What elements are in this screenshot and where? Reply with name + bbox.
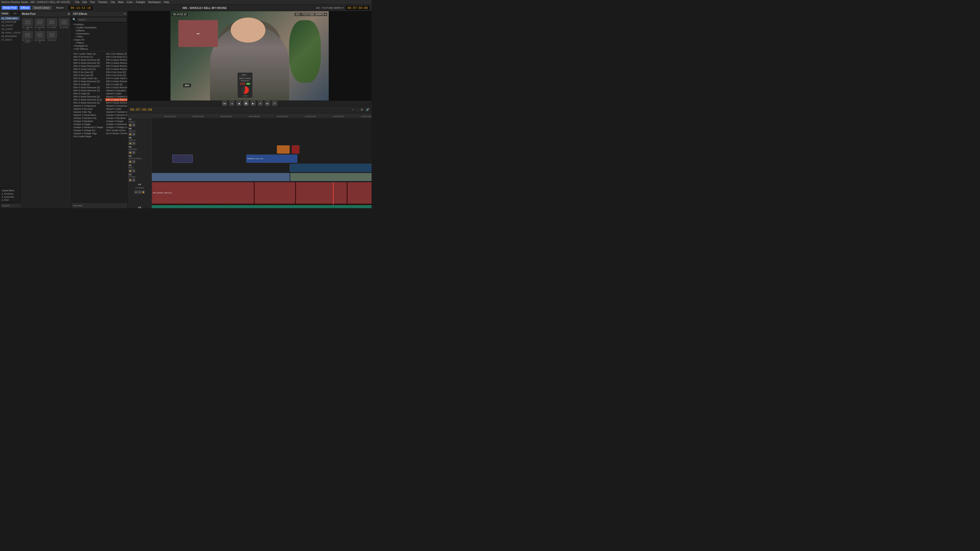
clip-a1-3[interactable] bbox=[296, 182, 347, 204]
folder-static[interactable]: 03_STATIC bbox=[0, 24, 20, 27]
vst-effects-sub-label[interactable]: VST Effects bbox=[73, 48, 126, 51]
effect-era6-noise-24-2[interactable]: ERA 6 Noise Remover [2-4] bbox=[105, 101, 127, 104]
effect-izotope-equalizer-2[interactable]: Izotope 3 Equalizer bbox=[105, 117, 127, 120]
timeline-fit[interactable]: ⊞ bbox=[360, 108, 364, 111]
v6-eye[interactable]: 👁 bbox=[132, 133, 135, 136]
media-browser-view-toggle[interactable]: ⊞ bbox=[68, 13, 70, 15]
effect-mavent-mixtap[interactable]: Mavent 3 Mix Tap bbox=[73, 110, 104, 114]
step-back-button[interactable]: ◂ bbox=[229, 101, 234, 106]
era-on-status[interactable]: ON bbox=[246, 83, 250, 85]
v7-eye[interactable]: 👁 bbox=[132, 124, 135, 127]
generators-label[interactable]: Generators bbox=[73, 32, 126, 35]
effect-mavent-gate[interactable]: Mavent 3 Gate bbox=[105, 92, 127, 95]
open-fx-label[interactable]: Open FX bbox=[73, 38, 126, 41]
media-thumb-timelines[interactable]: 01_TIMELINES bbox=[22, 18, 33, 30]
effect-mavent-gate-2[interactable]: Mavent 3 Gate bbox=[105, 107, 127, 110]
v4-eye[interactable]: 👁 bbox=[132, 151, 135, 154]
v4-lock[interactable]: 🔒 bbox=[129, 151, 132, 154]
effect-era5-noise-3b[interactable]: ERA 5 Noise Remover [3] bbox=[73, 86, 104, 89]
thumb-icon-static[interactable] bbox=[47, 18, 57, 26]
effect-era5-deoven-2b[interactable]: ERA 5 De-Oven [2] bbox=[105, 74, 127, 77]
clip-v3-2[interactable]: UNDERLAY_FULL.mov bbox=[246, 155, 298, 163]
clip-a1-4[interactable] bbox=[347, 182, 372, 204]
folder-audio[interactable]: 04_AUDIO bbox=[0, 27, 20, 31]
effect-era5-deoven-5[interactable]: ERA 5 De-Oven [5] bbox=[73, 74, 104, 77]
effect-era5-audio-2[interactable]: ERA 5 Audio [2] bbox=[73, 83, 104, 86]
effects-search-input[interactable] bbox=[77, 18, 126, 21]
menu-help[interactable]: Help bbox=[164, 1, 169, 3]
effects-close-icon[interactable]: ✕ bbox=[124, 13, 126, 15]
go-to-start-button[interactable]: ⏮ bbox=[222, 101, 227, 106]
menu-file[interactable]: File bbox=[75, 1, 80, 3]
folder-timelines[interactable]: 01_TIMELINES bbox=[0, 17, 20, 20]
media-pool-button[interactable]: Media Pool bbox=[2, 6, 18, 10]
toolbox-label[interactable]: Toolbox bbox=[73, 23, 126, 26]
effect-era5-noise-4[interactable]: ERA 5 Noise Remover [4] bbox=[73, 62, 104, 65]
effect-izotope-imager-2[interactable]: Izotope 3 Imager bbox=[105, 120, 127, 123]
menu-edit[interactable]: Edit bbox=[83, 1, 87, 3]
folder-finalcolor[interactable]: 05_FINAL_COLOR bbox=[0, 31, 20, 35]
v1-eye[interactable]: 👁 bbox=[132, 179, 135, 182]
v3-eye[interactable]: 👁 bbox=[132, 160, 135, 163]
step-forward-button[interactable]: ▸ bbox=[258, 101, 263, 106]
clip-v1-1[interactable] bbox=[152, 173, 290, 181]
thumb-icon-audio[interactable] bbox=[59, 18, 69, 26]
effect-era6-dream-ctrl[interactable]: Era 6 Dream Control bbox=[105, 132, 127, 135]
filters-label[interactable]: Filters bbox=[73, 41, 126, 44]
effect-mavent-visual[interactable]: Mavent 3 Visual Mixer bbox=[73, 114, 104, 117]
folder-footage[interactable]: 02_FOOTAGE bbox=[0, 20, 20, 24]
menu-trim[interactable]: Trim bbox=[90, 1, 95, 3]
play-reverse-button[interactable]: ◀ bbox=[236, 101, 242, 106]
media-thumb-audio[interactable]: 04_AUDIO bbox=[59, 18, 70, 30]
folder-docs[interactable]: 07_DOCS bbox=[0, 38, 20, 41]
output-label[interactable]: 002 - YOUTUBE 3699PS ▾ bbox=[316, 6, 344, 9]
effect-izotope-advanced[interactable]: Izotope 3 Advanced S Shape bbox=[73, 126, 104, 129]
smart-bin-timelines[interactable]: ▸ Timelines bbox=[1, 192, 19, 195]
clip-v1-2[interactable] bbox=[290, 173, 372, 181]
folder-finishing[interactable]: 06_FINISHING bbox=[0, 35, 20, 38]
thumb-icon-docs[interactable] bbox=[47, 31, 57, 39]
effect-era5-de-even-2a[interactable]: ERA 5 De-Even [2-A] bbox=[105, 56, 127, 59]
smart-bin-keywords[interactable]: ▸ Keywords bbox=[1, 195, 19, 198]
effect-izotope-vintage-eq[interactable]: Izotope 3 Vintage EQ bbox=[73, 129, 104, 132]
effect-era5-noise-24-selected[interactable]: ERA 5 Noise Remover [2-4] bbox=[105, 98, 127, 101]
v2-lock[interactable]: 🔒 bbox=[129, 169, 132, 172]
a1-solo[interactable]: S bbox=[138, 191, 141, 194]
media-thumb-finalcolor[interactable]: 05_FINAL_COLOR bbox=[22, 31, 33, 43]
effect-mix5-declipper[interactable]: Mix 5 De-Clipper [A] bbox=[105, 52, 127, 56]
era-plugin-popup[interactable]: ERA ... ERA 6 Noise Remover ERA ON Level bbox=[237, 73, 253, 98]
effect-era5-deoven-2a[interactable]: ERA 5 De-Oven [2] bbox=[105, 71, 127, 74]
effect-izotope-advanced-2[interactable]: Izotope 3 Advanced S Shape bbox=[105, 123, 127, 126]
effect-era5-noise-2a-2[interactable]: ERA 5 Noise Remover [2-A] bbox=[105, 62, 127, 65]
clip-v4-2[interactable] bbox=[292, 145, 299, 154]
clip-v2-1[interactable] bbox=[290, 164, 372, 172]
clip-v3-1[interactable] bbox=[172, 155, 192, 163]
clip-a2-music[interactable]: Rhuelo.mp3 Day One.mp3 Homestuck.mp3 So … bbox=[152, 205, 372, 208]
clip-a1-2[interactable] bbox=[255, 182, 295, 204]
menu-color[interactable]: Color bbox=[127, 1, 133, 3]
effect-mavent-transient-2[interactable]: Mavent 3 Trantient Shaper bbox=[105, 110, 127, 114]
media-pool-tab[interactable]: Media bbox=[0, 11, 10, 16]
v5-lock[interactable]: 🔒 bbox=[129, 142, 132, 145]
thumb-icon-finalcolor[interactable] bbox=[22, 31, 33, 39]
effects-tab[interactable]: FX bbox=[10, 11, 21, 16]
fairlight-fx-label[interactable]: Fairlight FX bbox=[73, 44, 126, 48]
stop-button[interactable]: ⏹ bbox=[243, 101, 248, 106]
effect-era5-deoven-3[interactable]: ERA 5 De-Oven [3] bbox=[73, 71, 104, 74]
effect-era5-noise-2a-1[interactable]: ERA 5 Noise Remover [2-A] bbox=[105, 59, 127, 62]
effect-era6-noise-1[interactable]: ERA 6 Noise Remover [1] bbox=[105, 68, 127, 71]
era-knob[interactable] bbox=[241, 86, 249, 94]
timeline-link-toggle[interactable]: 🔗 bbox=[365, 108, 370, 111]
effect-era6-noise-2[interactable]: ERA 6 Noise Remover [2] bbox=[73, 101, 104, 104]
media-thumb-static[interactable]: 03_STATIC bbox=[46, 18, 58, 30]
preview-output-label[interactable]: 002 - YOUTUBE 3699PS ▾ bbox=[294, 13, 327, 16]
menu-mark[interactable]: Mark bbox=[118, 1, 124, 3]
clip-a1-1[interactable]: A4V5_0810287_1586.frame bbox=[152, 182, 254, 204]
v1-lock[interactable]: 🔒 bbox=[129, 179, 132, 182]
effect-izotope-equalizer[interactable]: Izotope 3 Equalizer bbox=[73, 120, 104, 123]
effect-era5-noise-2c[interactable]: ERA 5 Noise Remover [2] bbox=[105, 86, 127, 89]
effect-era5-noise-3[interactable]: ERA 5 Noise Remover [3] bbox=[73, 59, 104, 62]
titles-label[interactable]: Titles bbox=[73, 35, 126, 38]
clip-v4-1[interactable] bbox=[277, 145, 290, 154]
media-thumb-finishing[interactable]: 06_FINISHING bbox=[34, 31, 45, 43]
